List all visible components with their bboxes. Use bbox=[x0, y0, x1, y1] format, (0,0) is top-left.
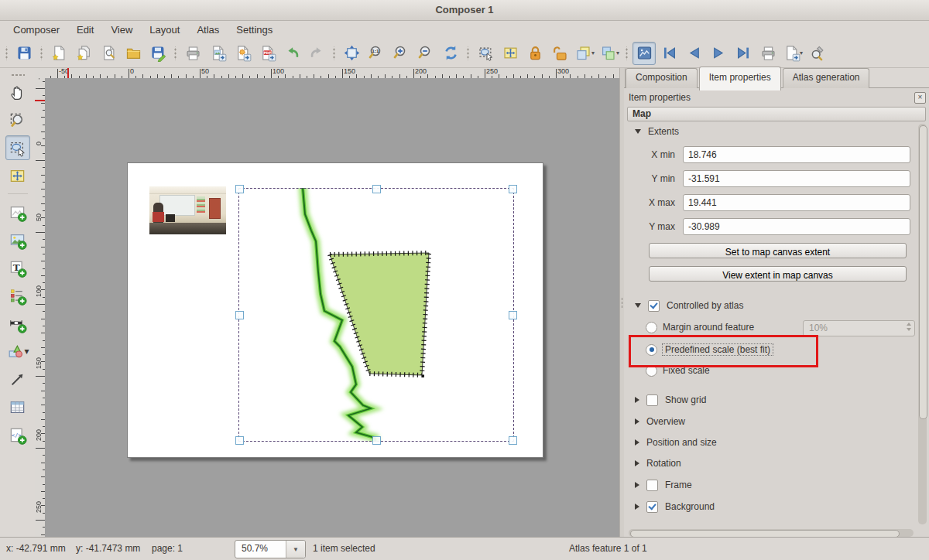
menu-atlas[interactable]: Atlas bbox=[188, 22, 228, 37]
composer-manager-button[interactable] bbox=[97, 42, 120, 65]
export-as-pdf-button[interactable]: PDF bbox=[255, 42, 279, 65]
panel-vertical-scrollbar[interactable] bbox=[918, 124, 927, 524]
frame-checkbox[interactable] bbox=[646, 480, 658, 491]
zoom-full-button[interactable] bbox=[340, 42, 363, 65]
export-as-image-button[interactable] bbox=[206, 42, 229, 65]
resize-handle-nw[interactable] bbox=[235, 185, 244, 193]
select-move-item-button[interactable] bbox=[5, 135, 30, 160]
redo-button[interactable] bbox=[305, 42, 328, 65]
section-frame[interactable]: Frame bbox=[635, 478, 692, 492]
view-extent-in-map-canvas-button[interactable]: View extent in map canvas bbox=[649, 266, 907, 282]
dropdown-arrow-icon[interactable]: ▾ bbox=[616, 50, 619, 56]
add-new-map-button[interactable] bbox=[5, 200, 30, 224]
resize-handle-ne[interactable] bbox=[509, 185, 517, 193]
y-max-field[interactable] bbox=[683, 218, 910, 235]
image-item[interactable] bbox=[149, 186, 226, 234]
lock-items-button[interactable] bbox=[523, 42, 547, 65]
resize-handle-sw[interactable] bbox=[235, 436, 244, 445]
dropdown-arrow-icon[interactable]: ▾ bbox=[800, 50, 803, 56]
expander-right-icon[interactable] bbox=[635, 504, 639, 510]
add-image-button[interactable] bbox=[5, 227, 30, 252]
export-atlas-button[interactable]: ▾ bbox=[781, 42, 804, 65]
x-min-field[interactable] bbox=[683, 146, 910, 163]
composition-page[interactable] bbox=[127, 162, 543, 458]
add-arrow-button[interactable] bbox=[5, 367, 30, 391]
close-panel-icon[interactable]: × bbox=[914, 92, 926, 104]
dropdown-arrow-icon[interactable]: ▾ bbox=[591, 50, 595, 56]
map-item[interactable] bbox=[238, 188, 514, 442]
expander-right-icon[interactable] bbox=[635, 397, 639, 403]
add-label-button[interactable]: T bbox=[5, 255, 30, 280]
undo-button[interactable] bbox=[280, 42, 303, 65]
resize-handle-se[interactable] bbox=[509, 436, 517, 445]
combobox-dropdown-icon[interactable]: ▼ bbox=[286, 541, 305, 558]
expander-right-icon[interactable] bbox=[635, 482, 639, 488]
atlas-preview-button[interactable] bbox=[632, 42, 656, 65]
dropdown-arrow-icon[interactable]: ▾ bbox=[24, 346, 29, 357]
resize-handle-w[interactable] bbox=[235, 311, 244, 319]
set-to-map-canvas-extent-button[interactable]: Set to map canvas extent bbox=[649, 243, 907, 258]
move-item-content-button[interactable] bbox=[5, 163, 30, 188]
option-margin-around-feature[interactable]: Margin around feature bbox=[646, 320, 754, 334]
fixed-scale-radio[interactable] bbox=[646, 365, 657, 377]
menu-view[interactable]: View bbox=[102, 22, 141, 37]
predefined-scale-best-fit-radio[interactable] bbox=[646, 344, 657, 356]
menu-edit[interactable]: Edit bbox=[68, 22, 102, 37]
group-items-button[interactable]: ▾ bbox=[573, 42, 596, 65]
option-fixed-scale[interactable]: Fixed scale bbox=[646, 364, 710, 377]
resize-handle-s[interactable] bbox=[372, 436, 381, 445]
background-checkbox[interactable] bbox=[646, 501, 658, 513]
add-html-frame-button[interactable]: </> bbox=[5, 422, 30, 447]
save-as-template-button[interactable] bbox=[146, 42, 170, 65]
atlas-last-button[interactable] bbox=[732, 42, 755, 65]
panel-horizontal-scrollbar[interactable] bbox=[629, 529, 914, 537]
zoom-out-button[interactable] bbox=[414, 42, 437, 65]
atlas-first-button[interactable] bbox=[657, 42, 680, 65]
resize-handle-e[interactable] bbox=[509, 311, 517, 319]
pan-button[interactable] bbox=[5, 80, 30, 104]
show-grid-checkbox[interactable] bbox=[646, 394, 658, 406]
expander-right-icon[interactable] bbox=[635, 439, 639, 446]
section-position-and-size[interactable]: Position and size bbox=[635, 435, 717, 449]
tab-item-properties[interactable]: Item properties bbox=[699, 67, 781, 90]
print-atlas-button[interactable] bbox=[756, 42, 780, 65]
save-button[interactable] bbox=[12, 42, 36, 65]
zoom-in-button[interactable] bbox=[389, 42, 413, 65]
section-rotation[interactable]: Rotation bbox=[635, 456, 681, 470]
zoom-button[interactable] bbox=[5, 108, 30, 132]
tab-composition[interactable]: Composition bbox=[626, 68, 698, 88]
zoom-1-1-button[interactable]: 1:1 bbox=[365, 42, 388, 65]
section-show-grid[interactable]: Show grid bbox=[635, 393, 706, 407]
scrollbar-thumb[interactable] bbox=[919, 125, 927, 419]
add-shape-button[interactable]: ▾ bbox=[5, 339, 30, 364]
section-overview[interactable]: Overview bbox=[635, 415, 685, 429]
expander-down-icon[interactable] bbox=[635, 129, 641, 134]
tab-atlas-generation[interactable]: Atlas generation bbox=[783, 68, 870, 88]
duplicate-composition-button[interactable] bbox=[72, 42, 95, 65]
add-attribute-table-button[interactable] bbox=[5, 394, 30, 419]
new-composition-button[interactable] bbox=[47, 42, 70, 65]
zoom-level-combobox[interactable]: 50.7% ▼ bbox=[235, 540, 306, 558]
extents-group-header[interactable]: Extents bbox=[635, 125, 679, 138]
atlas-prev-button[interactable] bbox=[682, 42, 705, 65]
option-predefined-scale-best-fit[interactable]: Predefined scale (best fit) bbox=[646, 343, 773, 357]
export-as-svg-button[interactable] bbox=[231, 42, 254, 65]
load-from-template-button[interactable] bbox=[122, 42, 145, 65]
menu-composer[interactable]: Composer bbox=[5, 22, 68, 37]
section-background[interactable]: Background bbox=[635, 500, 715, 514]
move-item-content-button[interactable] bbox=[499, 42, 522, 65]
x-max-field[interactable] bbox=[683, 194, 910, 211]
menu-settings[interactable]: Settings bbox=[228, 22, 281, 37]
spinner-arrows-icon[interactable] bbox=[907, 323, 911, 331]
resize-handle-n[interactable] bbox=[372, 185, 381, 193]
select-move-item-button[interactable] bbox=[474, 42, 497, 65]
y-min-field[interactable] bbox=[683, 170, 910, 187]
margin-spinbox[interactable]: 10% bbox=[803, 320, 915, 336]
margin-around-feature-radio[interactable] bbox=[646, 322, 657, 333]
add-scalebar-button[interactable] bbox=[5, 311, 30, 336]
expander-right-icon[interactable] bbox=[635, 418, 639, 425]
controlled-by-atlas-checkbox[interactable] bbox=[648, 300, 660, 312]
add-legend-button[interactable] bbox=[5, 283, 30, 308]
expander-down-icon[interactable] bbox=[635, 303, 641, 308]
refresh-button[interactable] bbox=[439, 42, 462, 65]
